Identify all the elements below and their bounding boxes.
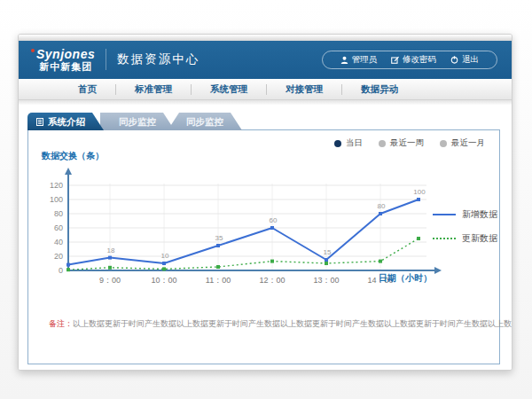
svg-text:60: 60 [270, 216, 278, 224]
footnote-label: 备注： [49, 319, 73, 328]
tab-sync-monitor-1[interactable]: 同步监控 [100, 113, 175, 130]
svg-text:11：00: 11：00 [206, 276, 231, 285]
svg-text:60: 60 [54, 223, 63, 232]
app-header: Synjones 新中新集团 数据资源中心 管理员 修改密码 退出 [19, 41, 512, 79]
document-icon [36, 118, 43, 126]
footnote: 备注：以上数据更新于时间产生数据以上数据更新于时间产生数据以上数据更新于时间产生… [49, 318, 497, 330]
nav-item-system-mgmt[interactable]: 系统管理 [192, 83, 266, 96]
svg-text:40: 40 [54, 238, 63, 246]
nav-item-data-change[interactable]: 数据异动 [342, 83, 417, 96]
svg-text:15: 15 [324, 248, 332, 256]
blue-line-sample-icon [433, 214, 456, 215]
brand-divider [106, 49, 106, 70]
y-axis-title: 数据交换（条） [42, 150, 104, 162]
edit-icon [391, 56, 399, 64]
svg-text:100: 100 [413, 188, 426, 196]
svg-text:35: 35 [215, 234, 223, 242]
svg-text:80: 80 [54, 209, 63, 218]
footnote-text: 以上数据更新于时间产生数据以上数据更新于时间产生数据以上数据更新于时间产生数据以… [73, 319, 512, 328]
svg-text:9：00: 9：00 [99, 276, 121, 285]
radio-icon [334, 140, 341, 147]
main-nav: 首页 标准管理 系统管理 对接管理 数据异动 [19, 79, 512, 100]
filter-label: 当日 [346, 137, 363, 149]
green-dotted-sample-icon [433, 238, 456, 239]
filter-last-month[interactable]: 最近一月 [440, 137, 485, 149]
brand: Synjones 新中新集团 数据资源中心 [31, 48, 200, 72]
radio-icon [440, 140, 447, 147]
tab-bar: 系统介绍 同步监控 同步监控 [27, 113, 242, 130]
legend-item-new-data[interactable]: 新增数据 [433, 208, 497, 221]
chart-panel: 当日 最近一周 最近一月 数据交换（条） 0204060801001209：00… [27, 129, 500, 364]
logout-button[interactable]: 退出 [443, 54, 486, 66]
legend-label: 新增数据 [462, 208, 497, 221]
svg-text:10：00: 10：00 [151, 276, 176, 285]
user-icon [340, 56, 348, 64]
filter-label: 最近一周 [390, 137, 424, 149]
tab-system-intro[interactable]: 系统介绍 [27, 113, 104, 130]
tab-label: 系统介绍 [48, 113, 85, 130]
svg-text:80: 80 [378, 202, 386, 210]
svg-text:20: 20 [54, 252, 63, 261]
svg-text:13：00: 13：00 [313, 276, 339, 285]
filter-label: 最近一月 [451, 137, 485, 149]
svg-text:120: 120 [50, 181, 63, 190]
power-icon [450, 56, 458, 64]
admin-label: 管理员 [352, 54, 378, 66]
chart-legend: 新增数据 更新数据 [433, 208, 497, 245]
nav-item-home[interactable]: 首页 [59, 83, 115, 96]
content-area: 系统介绍 同步监控 同步监控 当日 最近一周 [19, 105, 512, 371]
app-window: Synjones 新中新集团 数据资源中心 管理员 修改密码 退出 [18, 34, 512, 371]
svg-text:12：00: 12：00 [259, 276, 285, 285]
user-toolbar: 管理员 修改密码 退出 [322, 51, 498, 69]
tab-sync-monitor-2[interactable]: 同步监控 [168, 113, 242, 130]
logout-label: 退出 [462, 54, 479, 66]
logo-text-en: Synjones [36, 48, 95, 61]
company-logo: Synjones 新中新集团 [31, 48, 95, 72]
window-top-strip [19, 35, 512, 41]
filter-today[interactable]: 当日 [334, 137, 363, 149]
legend-item-updated-data[interactable]: 更新数据 [433, 232, 497, 245]
radio-icon [379, 140, 386, 147]
nav-item-interface-mgmt[interactable]: 对接管理 [267, 83, 341, 96]
page-title: 数据资源中心 [117, 51, 200, 67]
change-password-button[interactable]: 修改密码 [384, 54, 443, 66]
filter-last-week[interactable]: 最近一周 [379, 137, 424, 149]
x-axis-title: 日期（小时） [379, 272, 432, 285]
desktop-background: Synjones 新中新集团 数据资源中心 管理员 修改密码 退出 [0, 0, 532, 399]
admin-user-button[interactable]: 管理员 [333, 54, 385, 66]
logo-red-dot-icon [31, 49, 35, 52]
svg-text:0: 0 [59, 266, 63, 275]
svg-text:10: 10 [161, 252, 169, 260]
svg-text:18: 18 [107, 246, 115, 254]
legend-label: 更新数据 [462, 232, 497, 245]
time-filter-group: 当日 最近一周 最近一月 [334, 137, 485, 149]
change-password-label: 修改密码 [403, 54, 436, 66]
nav-item-standard-mgmt[interactable]: 标准管理 [116, 83, 191, 96]
logo-text-cn: 新中新集团 [36, 61, 95, 72]
svg-text:100: 100 [50, 195, 63, 204]
